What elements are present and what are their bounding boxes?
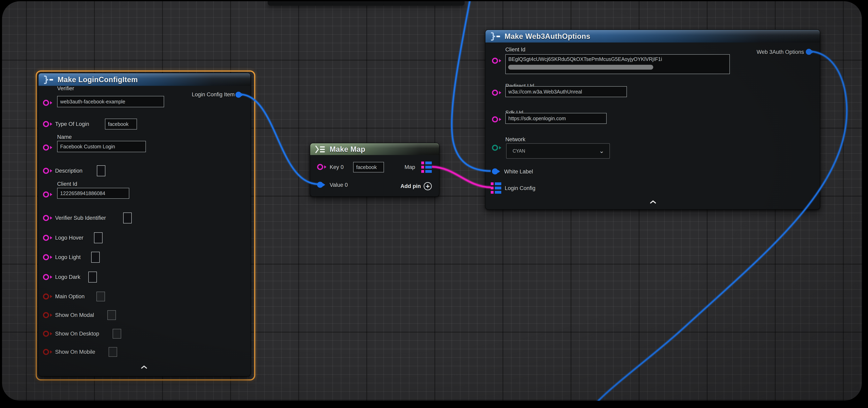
input-pin-logo-hover[interactable] xyxy=(43,235,49,241)
input-pin-logo-dark[interactable] xyxy=(43,274,49,280)
input-pin-client-id[interactable] xyxy=(492,58,498,64)
client-id-field[interactable]: 1222658941886084 xyxy=(57,188,129,199)
pin-label: Show On Desktop xyxy=(55,331,99,337)
input-pin-sdk-url[interactable] xyxy=(492,116,498,123)
type-of-login-field[interactable]: facebook xyxy=(105,118,137,130)
offscreen-node-bottom[interactable] xyxy=(268,1,465,6)
input-pin-type-of-login[interactable] xyxy=(43,121,49,127)
input-pin-client-id[interactable] xyxy=(43,192,49,198)
pin-label: Show On Mobile xyxy=(55,349,95,355)
input-pin-login-config[interactable] xyxy=(491,182,501,194)
node-title: Make Web3AuthOptions xyxy=(504,32,590,41)
input-pin-network[interactable] xyxy=(492,145,498,151)
pin-label: Verifier xyxy=(57,86,74,92)
show-on-mobile-checkbox[interactable] xyxy=(108,347,117,357)
pin-label: Network xyxy=(505,136,525,143)
input-pin-name[interactable] xyxy=(43,144,49,150)
node-make-map[interactable]: Make Map Key 0 facebook Map Value 0 Add … xyxy=(310,143,439,197)
pin-label: Value 0 xyxy=(330,182,348,188)
pin-label: Logo Hover xyxy=(55,235,84,241)
pin-label: Client Id xyxy=(505,46,525,53)
blueprint-editor: Make LoginConfigItem Login Config Item V… xyxy=(0,0,868,408)
redirect-url-field[interactable]: w3a://com.w3a.Web3AuthUnreal xyxy=(505,86,627,97)
pin-label: Main Option xyxy=(55,294,85,300)
logo-light-field[interactable] xyxy=(91,252,100,263)
pin-label: Logo Dark xyxy=(55,274,81,280)
pin-label: Name xyxy=(57,134,72,140)
input-pin-verifier-sub-identifier[interactable] xyxy=(43,215,49,221)
pin-label: Logo Light xyxy=(55,254,81,261)
description-field[interactable] xyxy=(97,165,105,176)
network-dropdown[interactable]: CYAN ⌄ xyxy=(506,143,610,159)
node-make-loginconfigitem[interactable]: Make LoginConfigItem Login Config Item V… xyxy=(38,73,251,376)
pin-label: Description xyxy=(55,168,83,174)
client-id-field[interactable]: BEglQSgt4cUWcj6SKRdu5QkOXTsePmMcusG5EAoy… xyxy=(505,54,730,74)
input-pin-logo-light[interactable] xyxy=(43,254,49,260)
wire-loginconfigitem-to-value0[interactable] xyxy=(240,94,319,184)
logo-dark-field[interactable] xyxy=(88,272,97,282)
input-pin-key-0[interactable] xyxy=(317,164,323,170)
pin-label: Key 0 xyxy=(330,164,344,170)
input-pin-verifier[interactable] xyxy=(43,100,49,106)
input-pin-main-option[interactable] xyxy=(43,294,49,300)
output-pin-label: Map xyxy=(404,164,415,170)
pin-label: Verifier Sub Identifier xyxy=(55,215,106,221)
node-header[interactable]: Make Web3AuthOptions xyxy=(486,30,820,42)
output-pin-map[interactable] xyxy=(421,162,432,173)
key-0-field[interactable]: facebook xyxy=(353,162,384,172)
node-make-web3authoptions[interactable]: Make Web3AuthOptions Web 3Auth Options C… xyxy=(485,30,820,210)
pin-label: Login Config xyxy=(505,185,535,192)
verifier-sub-identifier-field[interactable] xyxy=(123,212,132,224)
network-selected-value: CYAN xyxy=(513,148,525,154)
add-pin-button[interactable]: Add pin + xyxy=(401,182,432,190)
pin-label: Show On Modal xyxy=(55,312,94,318)
input-pin-value-0[interactable] xyxy=(317,182,323,188)
show-on-modal-checkbox[interactable] xyxy=(107,310,116,320)
main-option-checkbox[interactable] xyxy=(96,292,105,301)
make-map-icon xyxy=(315,145,326,154)
node-title: Make Map xyxy=(330,145,365,154)
add-pin-plus-icon: + xyxy=(424,182,432,190)
client-id-scrollbar[interactable] xyxy=(508,65,653,70)
add-pin-label: Add pin xyxy=(401,183,421,190)
output-pin-label: Web 3Auth Options xyxy=(756,49,804,55)
input-pin-redirect-url[interactable] xyxy=(492,90,498,96)
node-header[interactable]: Make LoginConfigItem xyxy=(38,73,250,86)
collapse-chevron-icon[interactable] xyxy=(141,366,147,370)
wire-map-to-login-config[interactable] xyxy=(432,167,491,188)
input-pin-show-on-modal[interactable] xyxy=(43,312,49,318)
pin-label: Type Of Login xyxy=(55,121,89,127)
input-pin-white-label[interactable] xyxy=(492,168,498,174)
collapse-chevron-icon[interactable] xyxy=(650,200,656,204)
graph-canvas[interactable]: Make LoginConfigItem Login Config Item V… xyxy=(2,1,862,401)
node-title: Make LoginConfigItem xyxy=(58,75,138,84)
input-pin-description[interactable] xyxy=(43,168,49,174)
output-pin-login-config-item[interactable] xyxy=(236,92,242,98)
pin-label: Client Id xyxy=(57,181,77,187)
make-struct-icon xyxy=(43,75,54,84)
pin-label: White Label xyxy=(504,169,533,175)
show-on-desktop-checkbox[interactable] xyxy=(113,329,121,339)
input-pin-show-on-mobile[interactable] xyxy=(43,349,49,355)
node-header[interactable]: Make Map xyxy=(310,143,439,155)
make-struct-icon xyxy=(490,32,501,41)
sdk-url-field[interactable]: https://sdk.openlogin.com xyxy=(505,113,607,124)
logo-hover-field[interactable] xyxy=(94,232,102,243)
output-pin-web3auth-options[interactable] xyxy=(806,49,812,55)
output-pin-label: Login Config Item xyxy=(192,92,235,98)
input-pin-show-on-desktop[interactable] xyxy=(43,331,49,337)
name-field[interactable]: Facebook Custom Login xyxy=(57,141,146,152)
verifier-field[interactable]: web3auth-facebook-example xyxy=(57,96,164,107)
